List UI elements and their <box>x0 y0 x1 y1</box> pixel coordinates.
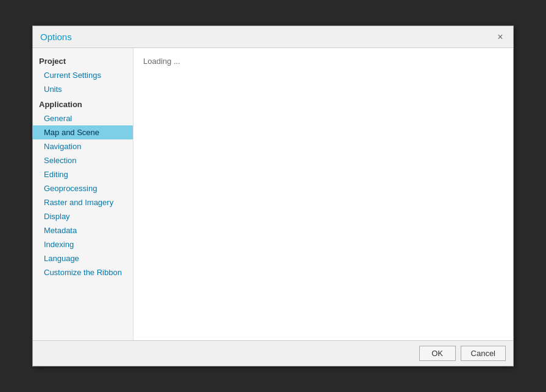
close-button[interactable]: × <box>495 32 506 43</box>
sidebar-item-raster-and-imagery[interactable]: Raster and Imagery <box>33 195 133 209</box>
dialog-title: Options <box>40 32 72 42</box>
sidebar-item-general[interactable]: General <box>33 111 133 125</box>
sidebar: ProjectCurrent SettingsUnitsApplicationG… <box>33 48 133 340</box>
sidebar-item-indexing[interactable]: Indexing <box>33 237 133 251</box>
sidebar-item-navigation[interactable]: Navigation <box>33 139 133 153</box>
sidebar-item-units[interactable]: Units <box>33 82 133 96</box>
loading-text: Loading ... <box>143 57 180 66</box>
content-area: Loading ... <box>133 48 513 340</box>
titlebar: Options × <box>33 26 513 48</box>
ok-button[interactable]: OK <box>419 346 456 361</box>
sidebar-item-selection[interactable]: Selection <box>33 153 133 167</box>
cancel-button[interactable]: Cancel <box>461 346 506 361</box>
sidebar-item-customize-ribbon[interactable]: Customize the Ribbon <box>33 265 133 279</box>
sidebar-section-header-project: Project <box>33 53 133 68</box>
dialog-body: ProjectCurrent SettingsUnitsApplicationG… <box>33 48 513 340</box>
options-dialog: Options × ProjectCurrent SettingsUnitsAp… <box>32 26 514 366</box>
sidebar-item-map-and-scene[interactable]: Map and Scene <box>33 125 133 139</box>
overlay: Options × ProjectCurrent SettingsUnitsAp… <box>0 0 546 392</box>
dialog-footer: OK Cancel <box>33 340 513 366</box>
sidebar-item-geoprocessing[interactable]: Geoprocessing <box>33 181 133 195</box>
sidebar-section-header-application: Application <box>33 96 133 111</box>
sidebar-item-current-settings[interactable]: Current Settings <box>33 68 133 82</box>
sidebar-item-display[interactable]: Display <box>33 209 133 223</box>
sidebar-item-language[interactable]: Language <box>33 251 133 265</box>
sidebar-item-editing[interactable]: Editing <box>33 167 133 181</box>
sidebar-item-metadata[interactable]: Metadata <box>33 223 133 237</box>
